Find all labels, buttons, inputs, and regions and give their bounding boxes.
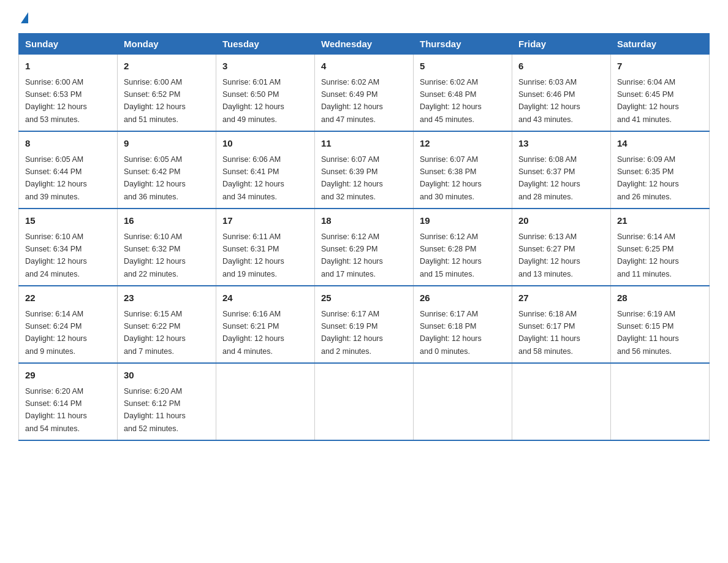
col-header-friday: Friday <box>512 34 611 55</box>
calendar-cell <box>414 363 512 440</box>
col-header-monday: Monday <box>118 34 216 55</box>
calendar-cell: 27 Sunrise: 6:18 AMSunset: 6:17 PMDaylig… <box>512 286 611 363</box>
calendar-cell: 15 Sunrise: 6:10 AMSunset: 6:34 PMDaylig… <box>19 209 118 286</box>
day-info: Sunrise: 6:07 AMSunset: 6:38 PMDaylight:… <box>420 155 482 201</box>
calendar-cell: 17 Sunrise: 6:11 AMSunset: 6:31 PMDaylig… <box>216 209 315 286</box>
day-info: Sunrise: 6:04 AMSunset: 6:45 PMDaylight:… <box>617 78 679 124</box>
day-info: Sunrise: 6:11 AMSunset: 6:31 PMDaylight:… <box>222 232 284 278</box>
calendar-cell: 9 Sunrise: 6:05 AMSunset: 6:42 PMDayligh… <box>118 131 216 209</box>
col-header-wednesday: Wednesday <box>315 34 414 55</box>
calendar-week-row: 29 Sunrise: 6:20 AMSunset: 6:14 PMDaylig… <box>19 363 710 440</box>
day-info: Sunrise: 6:08 AMSunset: 6:37 PMDaylight:… <box>518 155 580 201</box>
day-number: 28 <box>617 291 703 305</box>
day-number: 6 <box>518 59 604 74</box>
calendar-cell: 3 Sunrise: 6:01 AMSunset: 6:50 PMDayligh… <box>216 55 315 132</box>
calendar-cell: 29 Sunrise: 6:20 AMSunset: 6:14 PMDaylig… <box>19 363 118 440</box>
calendar-cell: 21 Sunrise: 6:14 AMSunset: 6:25 PMDaylig… <box>611 209 710 286</box>
calendar-cell: 30 Sunrise: 6:20 AMSunset: 6:12 PMDaylig… <box>118 363 216 440</box>
day-info: Sunrise: 6:13 AMSunset: 6:27 PMDaylight:… <box>518 232 580 278</box>
day-number: 20 <box>518 214 604 228</box>
day-info: Sunrise: 6:05 AMSunset: 6:42 PMDaylight:… <box>124 155 186 201</box>
calendar-cell: 19 Sunrise: 6:12 AMSunset: 6:28 PMDaylig… <box>414 209 512 286</box>
day-number: 2 <box>124 59 210 74</box>
day-info: Sunrise: 6:19 AMSunset: 6:15 PMDaylight:… <box>617 310 679 356</box>
logo <box>18 12 28 21</box>
day-info: Sunrise: 6:14 AMSunset: 6:25 PMDaylight:… <box>617 232 679 278</box>
day-info: Sunrise: 6:20 AMSunset: 6:12 PMDaylight:… <box>124 387 186 433</box>
day-number: 11 <box>321 137 407 151</box>
day-number: 8 <box>25 137 111 151</box>
logo-triangle-icon <box>21 12 28 23</box>
page-header <box>18 12 710 21</box>
day-info: Sunrise: 6:17 AMSunset: 6:18 PMDaylight:… <box>420 310 482 356</box>
day-info: Sunrise: 6:14 AMSunset: 6:24 PMDaylight:… <box>25 310 87 356</box>
calendar-cell: 12 Sunrise: 6:07 AMSunset: 6:38 PMDaylig… <box>414 131 512 209</box>
day-number: 17 <box>222 214 308 228</box>
day-info: Sunrise: 6:00 AMSunset: 6:52 PMDaylight:… <box>124 78 186 124</box>
day-info: Sunrise: 6:18 AMSunset: 6:17 PMDaylight:… <box>518 310 580 356</box>
col-header-thursday: Thursday <box>414 34 512 55</box>
day-number: 19 <box>420 214 506 228</box>
calendar-week-row: 1 Sunrise: 6:00 AMSunset: 6:53 PMDayligh… <box>19 55 710 132</box>
day-number: 21 <box>617 214 703 228</box>
col-header-saturday: Saturday <box>611 34 710 55</box>
calendar-cell: 22 Sunrise: 6:14 AMSunset: 6:24 PMDaylig… <box>19 286 118 363</box>
calendar-header-row: SundayMondayTuesdayWednesdayThursdayFrid… <box>19 34 710 55</box>
day-number: 24 <box>222 291 308 305</box>
day-info: Sunrise: 6:06 AMSunset: 6:41 PMDaylight:… <box>222 155 284 201</box>
calendar-cell: 28 Sunrise: 6:19 AMSunset: 6:15 PMDaylig… <box>611 286 710 363</box>
day-number: 26 <box>420 291 506 305</box>
day-number: 29 <box>25 369 111 383</box>
calendar-cell: 7 Sunrise: 6:04 AMSunset: 6:45 PMDayligh… <box>611 55 710 132</box>
day-info: Sunrise: 6:00 AMSunset: 6:53 PMDaylight:… <box>25 78 87 124</box>
calendar-week-row: 8 Sunrise: 6:05 AMSunset: 6:44 PMDayligh… <box>19 131 710 209</box>
calendar-cell: 25 Sunrise: 6:17 AMSunset: 6:19 PMDaylig… <box>315 286 414 363</box>
calendar-cell: 16 Sunrise: 6:10 AMSunset: 6:32 PMDaylig… <box>118 209 216 286</box>
day-info: Sunrise: 6:02 AMSunset: 6:49 PMDaylight:… <box>321 78 383 124</box>
day-info: Sunrise: 6:17 AMSunset: 6:19 PMDaylight:… <box>321 310 383 356</box>
day-info: Sunrise: 6:10 AMSunset: 6:32 PMDaylight:… <box>124 232 186 278</box>
day-number: 3 <box>222 59 308 74</box>
calendar-week-row: 15 Sunrise: 6:10 AMSunset: 6:34 PMDaylig… <box>19 209 710 286</box>
calendar-cell: 26 Sunrise: 6:17 AMSunset: 6:18 PMDaylig… <box>414 286 512 363</box>
day-info: Sunrise: 6:12 AMSunset: 6:29 PMDaylight:… <box>321 232 383 278</box>
calendar-week-row: 22 Sunrise: 6:14 AMSunset: 6:24 PMDaylig… <box>19 286 710 363</box>
calendar-cell: 1 Sunrise: 6:00 AMSunset: 6:53 PMDayligh… <box>19 55 118 132</box>
calendar-cell: 5 Sunrise: 6:02 AMSunset: 6:48 PMDayligh… <box>414 55 512 132</box>
calendar-cell <box>315 363 414 440</box>
day-info: Sunrise: 6:01 AMSunset: 6:50 PMDaylight:… <box>222 78 284 124</box>
col-header-tuesday: Tuesday <box>216 34 315 55</box>
calendar-cell: 6 Sunrise: 6:03 AMSunset: 6:46 PMDayligh… <box>512 55 611 132</box>
day-number: 5 <box>420 59 506 74</box>
day-number: 7 <box>617 59 703 74</box>
calendar-cell: 18 Sunrise: 6:12 AMSunset: 6:29 PMDaylig… <box>315 209 414 286</box>
calendar-cell: 10 Sunrise: 6:06 AMSunset: 6:41 PMDaylig… <box>216 131 315 209</box>
day-number: 9 <box>124 137 210 151</box>
calendar-table: SundayMondayTuesdayWednesdayThursdayFrid… <box>18 33 710 441</box>
day-info: Sunrise: 6:16 AMSunset: 6:21 PMDaylight:… <box>222 310 284 356</box>
calendar-cell: 13 Sunrise: 6:08 AMSunset: 6:37 PMDaylig… <box>512 131 611 209</box>
day-info: Sunrise: 6:02 AMSunset: 6:48 PMDaylight:… <box>420 78 482 124</box>
calendar-cell <box>216 363 315 440</box>
calendar-cell: 11 Sunrise: 6:07 AMSunset: 6:39 PMDaylig… <box>315 131 414 209</box>
day-info: Sunrise: 6:12 AMSunset: 6:28 PMDaylight:… <box>420 232 482 278</box>
day-number: 4 <box>321 59 407 74</box>
day-number: 23 <box>124 291 210 305</box>
day-number: 12 <box>420 137 506 151</box>
day-number: 27 <box>518 291 604 305</box>
day-info: Sunrise: 6:20 AMSunset: 6:14 PMDaylight:… <box>25 387 87 433</box>
day-number: 15 <box>25 214 111 228</box>
day-info: Sunrise: 6:09 AMSunset: 6:35 PMDaylight:… <box>617 155 679 201</box>
calendar-cell: 24 Sunrise: 6:16 AMSunset: 6:21 PMDaylig… <box>216 286 315 363</box>
day-number: 22 <box>25 291 111 305</box>
day-info: Sunrise: 6:07 AMSunset: 6:39 PMDaylight:… <box>321 155 383 201</box>
day-number: 30 <box>124 369 210 383</box>
day-number: 18 <box>321 214 407 228</box>
calendar-cell <box>611 363 710 440</box>
day-info: Sunrise: 6:03 AMSunset: 6:46 PMDaylight:… <box>518 78 580 124</box>
day-number: 25 <box>321 291 407 305</box>
calendar-cell: 2 Sunrise: 6:00 AMSunset: 6:52 PMDayligh… <box>118 55 216 132</box>
calendar-cell: 8 Sunrise: 6:05 AMSunset: 6:44 PMDayligh… <box>19 131 118 209</box>
calendar-cell: 14 Sunrise: 6:09 AMSunset: 6:35 PMDaylig… <box>611 131 710 209</box>
day-number: 16 <box>124 214 210 228</box>
